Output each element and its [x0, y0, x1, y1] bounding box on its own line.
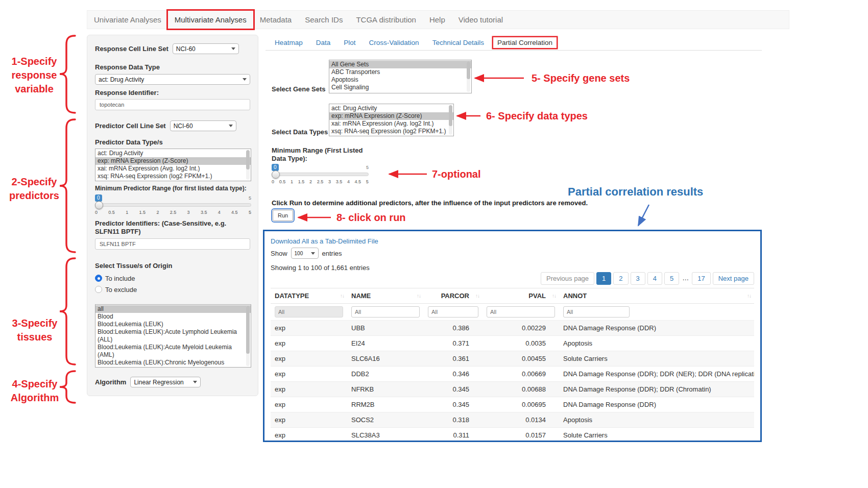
- entries-label: entries: [322, 250, 342, 257]
- radio-button-checked[interactable]: [95, 275, 102, 282]
- listbox-option[interactable]: act: Drug Activity: [329, 105, 453, 112]
- tab-plot[interactable]: Plot: [340, 37, 359, 48]
- column-header-parcor[interactable]: PARCOR↑↓: [424, 288, 483, 304]
- slider-handle[interactable]: [272, 170, 280, 179]
- slider-handle[interactable]: [95, 201, 103, 209]
- sort-icon: ↑↓: [747, 293, 751, 299]
- table-filter-row: [271, 304, 754, 321]
- response-data-type-select[interactable]: act: Drug Activity: [95, 74, 250, 85]
- listbox-option[interactable]: xai: mRNA Expression (Avg. log2 Int.): [95, 165, 251, 173]
- slider-track[interactable]: [272, 173, 369, 176]
- gene-sets-row: Select Gene Sets All Gene Sets ABC Trans…: [272, 60, 762, 93]
- page-button-1[interactable]: 1: [596, 272, 611, 285]
- listbox-option-selected[interactable]: exp: mRNA Expression (Z-Score): [329, 112, 453, 120]
- scrollbar-thumb[interactable]: [467, 61, 470, 79]
- listbox-option[interactable]: Blood:Leukemia (LEUK):Chronic Myelogenou…: [95, 359, 251, 368]
- tissue-listbox[interactable]: all Blood Blood:Leukemia (LEUK) Blood:Le…: [95, 304, 251, 368]
- listbox-option[interactable]: xsq: RNA-seq Expression (log2 FPKM+1.): [329, 128, 453, 135]
- filter-name-input[interactable]: [351, 306, 420, 318]
- page-button-2[interactable]: 2: [613, 272, 628, 285]
- filter-pval-input[interactable]: [487, 306, 555, 318]
- column-header-name[interactable]: NAME↑↓: [347, 288, 424, 304]
- show-entries-select[interactable]: 100: [291, 248, 319, 259]
- tick: 4: [347, 179, 350, 185]
- listbox-option[interactable]: Apoptosis: [329, 76, 471, 84]
- select-value: 100: [295, 251, 303, 256]
- filter-annot-input[interactable]: [563, 306, 630, 318]
- page-button-3[interactable]: 3: [631, 272, 645, 285]
- tab-partial-correlation[interactable]: Partial Correlation: [493, 37, 557, 48]
- cell-pval: 0.0035: [483, 336, 559, 351]
- tick: 5: [249, 209, 251, 215]
- run-button[interactable]: Run: [273, 210, 293, 221]
- cell-name: EI24: [347, 336, 424, 351]
- nav-item-video-tutorial[interactable]: Video tutorial: [452, 11, 510, 29]
- select-value: NCI-60: [176, 45, 196, 53]
- download-all-link[interactable]: Download All as a Tab-Delimited File: [271, 237, 378, 245]
- nav-item-tcga-distribution[interactable]: TCGA distribution: [349, 11, 423, 29]
- radio-to-exclude[interactable]: To exclude: [95, 285, 250, 294]
- radio-to-include[interactable]: To include: [95, 274, 250, 283]
- column-header-pval[interactable]: PVAL↑↓: [483, 288, 559, 304]
- listbox-option[interactable]: xsq: RNA-seq Expression (log2 FPKM+1.): [95, 173, 251, 180]
- nav-item-search-ids[interactable]: Search IDs: [298, 11, 349, 29]
- listbox-option[interactable]: xai: mRNA Expression (Avg. log2 Int.): [329, 120, 453, 128]
- min-predictor-range-slider[interactable]: 0 5 0 0.5 1 1.5 2 2.5 3 3.5 4 4.5 5: [95, 194, 251, 215]
- predictor-data-types-listbox[interactable]: act: Drug Activity exp: mRNA Expression …: [95, 149, 251, 181]
- slider-track[interactable]: [95, 203, 251, 207]
- listbox-option[interactable]: Blood:Leukemia (LEUK): [95, 321, 251, 328]
- nav-item-multivariate-analyses[interactable]: Multivariate Analyses: [168, 11, 253, 29]
- response-identifier-input[interactable]: [95, 99, 250, 110]
- next-page-button[interactable]: Next page: [713, 272, 754, 285]
- tab-heatmap[interactable]: Heatmap: [271, 37, 307, 48]
- listbox-option-selected[interactable]: all: [95, 305, 251, 313]
- nav-item-univariate-analyses[interactable]: Univariate Analyses: [87, 11, 168, 29]
- min-range-slider[interactable]: 0 5 0 0.5 1 1.5 2 2.5 3 3.5 4 4.5 5: [272, 164, 369, 185]
- gene-sets-listbox[interactable]: All Gene Sets ABC Transporters Apoptosis…: [329, 60, 472, 93]
- scrollbar[interactable]: [467, 61, 470, 92]
- scrollbar[interactable]: [246, 306, 250, 366]
- cell-name: DDB2: [347, 367, 424, 382]
- previous-page-button[interactable]: Previous page: [541, 272, 594, 285]
- page-button-17[interactable]: 17: [692, 272, 710, 285]
- tab-data[interactable]: Data: [312, 37, 335, 48]
- response-cell-line-set-select[interactable]: NCI-60: [173, 43, 239, 54]
- nav-item-metadata[interactable]: Metadata: [253, 11, 299, 29]
- scrollbar-thumb[interactable]: [246, 306, 250, 354]
- annotation-step5: 5- Specify gene sets: [532, 71, 630, 85]
- scrollbar[interactable]: [449, 105, 452, 135]
- column-header-annot[interactable]: ANNOT↑↓: [559, 288, 754, 304]
- tab-cross-validation[interactable]: Cross-Validation: [365, 37, 423, 48]
- page-button-4[interactable]: 4: [647, 272, 662, 285]
- page-button-5[interactable]: 5: [664, 272, 679, 285]
- gene-sets-label: Select Gene Sets: [272, 85, 326, 93]
- algorithm-select[interactable]: Linear Regression: [130, 377, 201, 387]
- table-row: exp SLC6A16 0.361 0.00455 Solute Carrier…: [271, 351, 754, 367]
- listbox-option[interactable]: Blood:Leukemia (LEUK):Acute Lymphoid Leu…: [95, 328, 251, 344]
- scrollbar-thumb[interactable]: [246, 150, 250, 169]
- listbox-option[interactable]: Cell Signaling: [329, 84, 471, 91]
- cell-annot: Solute Carriers: [559, 428, 754, 443]
- listbox-option[interactable]: Blood:Leukemia (LEUK):Acute Myeloid Leuk…: [95, 344, 251, 359]
- scrollbar-thumb[interactable]: [449, 105, 452, 126]
- listbox-option[interactable]: act: Drug Activity: [95, 150, 251, 157]
- listbox-option[interactable]: ABC Transporters: [329, 68, 471, 76]
- predictor-cell-line-set-select[interactable]: NCI-60: [170, 120, 236, 131]
- cell-datatype: exp: [271, 428, 347, 443]
- scrollbar[interactable]: [246, 150, 250, 180]
- filter-datatype-input[interactable]: [275, 306, 343, 318]
- data-types-listbox[interactable]: act: Drug Activity exp: mRNA Expression …: [329, 104, 454, 136]
- tab-technical-details[interactable]: Technical Details: [428, 37, 488, 48]
- listbox-option-selected[interactable]: exp: mRNA Expression (Z-Score): [95, 157, 251, 165]
- sort-icon: ↑↓: [475, 293, 479, 299]
- filter-parcor-input[interactable]: [428, 306, 478, 318]
- cell-parcor: 0.311: [424, 428, 483, 443]
- nav-item-help[interactable]: Help: [423, 11, 452, 29]
- select-value: act: Drug Activity: [99, 76, 144, 83]
- listbox-option-selected[interactable]: All Gene Sets: [329, 61, 471, 68]
- predictor-identifiers-input[interactable]: [95, 238, 250, 250]
- column-header-datatype[interactable]: DATATYPE↑↓: [271, 288, 347, 304]
- listbox-option[interactable]: Blood: [95, 313, 251, 321]
- radio-button-unchecked[interactable]: [95, 286, 102, 293]
- result-tabs: Heatmap Data Plot Cross-Validation Techn…: [266, 35, 762, 51]
